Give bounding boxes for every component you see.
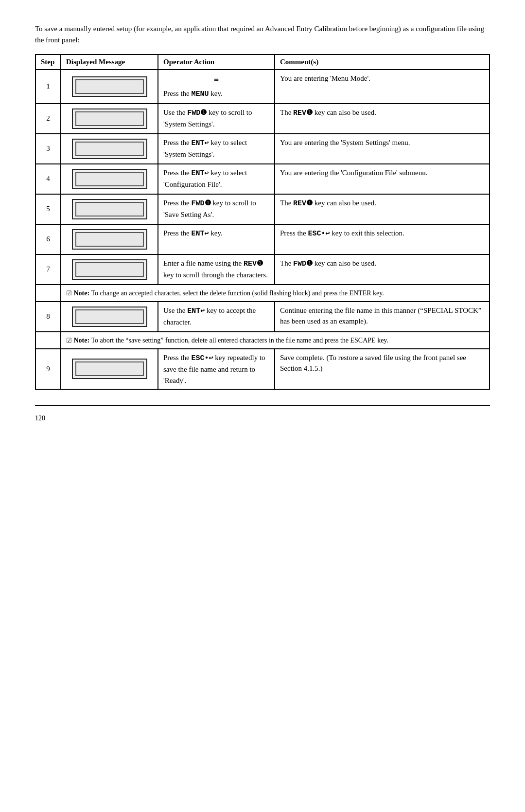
table-row: 5 Press the FWD❶ key to scroll to 'Save …: [35, 194, 490, 224]
operator-action-cell: ≡ Press the MENU key.: [158, 70, 275, 104]
lcd-display: [72, 259, 147, 280]
display-message-cell: [61, 164, 158, 194]
fwd-key-label: FWD❶: [187, 109, 207, 117]
display-message-cell: [61, 70, 158, 104]
menu-key-label: MENU: [192, 90, 209, 98]
col-header-operator-action: Operator Action: [158, 54, 275, 70]
rev-key-label: REV❶: [244, 260, 263, 268]
lcd-display: [72, 199, 147, 219]
operator-action-cell: Use the FWD❶ key to scroll to 'System Se…: [158, 104, 275, 134]
note-row: ☑ Note: To change an accepted character,…: [35, 285, 490, 302]
step-number: 2: [35, 104, 61, 134]
operator-action-cell: Use the ENT↩ key to accept the character…: [158, 302, 275, 332]
display-message-cell: [61, 224, 158, 254]
comments-cell: The REV❶ key can also be used.: [275, 194, 490, 224]
table-row: 6 Press the ENT↩ key. Press the ESC•↩ ke…: [35, 224, 490, 254]
rev-key-label: REV❶: [293, 199, 313, 208]
table-row: 2 Use the FWD❶ key to scroll to 'System …: [35, 104, 490, 134]
rev-key-label: REV❶: [293, 109, 313, 117]
lcd-display: [72, 169, 147, 189]
lcd-display: [72, 108, 147, 129]
display-message-cell: [61, 349, 158, 390]
col-header-step: Step: [35, 54, 61, 70]
ent-key-label: ENT↩: [187, 307, 205, 315]
step-number: 6: [35, 224, 61, 254]
menu-icon: ≡: [163, 73, 269, 86]
lcd-display-inner: [75, 111, 144, 126]
table-row: 3 Press the ENT↩ key to select 'System S…: [35, 134, 490, 164]
lcd-display-inner: [75, 79, 144, 94]
table-row: 9 Press the ESC•↩ key repeatedly to save…: [35, 349, 490, 390]
lcd-display-inner: [75, 309, 144, 324]
procedure-table: Step Displayed Message Operator Action C…: [35, 54, 490, 390]
operator-action-cell: Press the ENT↩ key.: [158, 224, 275, 254]
note-row: ☑ Note: To abort the “save setting” func…: [35, 332, 490, 349]
comments-cell: Press the ESC•↩ key to exit this selecti…: [275, 224, 490, 254]
step-number: 4: [35, 164, 61, 194]
ent-key-label: ENT↩: [192, 169, 209, 178]
operator-action-cell: Enter a file name using the REV❶ key to …: [158, 254, 275, 285]
comments-cell: You are entering the 'System Settings' m…: [275, 134, 490, 164]
comments-cell: Save complete. (To restore a saved file …: [275, 349, 490, 390]
step-number: 8: [35, 302, 61, 332]
note-symbol: ☑: [66, 337, 72, 344]
note-text-8: ☑ Note: To abort the “save setting” func…: [61, 332, 490, 349]
lcd-display: [72, 139, 147, 159]
lcd-display: [72, 359, 147, 379]
lcd-display-inner: [75, 172, 144, 186]
esc-key-label: ESC•↩: [308, 230, 330, 238]
note-text-7: ☑ Note: To change an accepted character,…: [61, 285, 490, 302]
lcd-display: [72, 76, 147, 97]
fwd-key-label: FWD❶: [192, 199, 211, 208]
col-header-comments: Comment(s): [275, 54, 490, 70]
comments-cell: Continue entering the file name in this …: [275, 302, 490, 332]
display-message-cell: [61, 134, 158, 164]
ent-key-label: ENT↩: [192, 230, 209, 238]
col-header-displayed-message: Displayed Message: [61, 54, 158, 70]
lcd-display-inner: [75, 361, 144, 376]
ent-key-label: ENT↩: [192, 139, 209, 147]
step-number: 1: [35, 70, 61, 104]
step-number: 9: [35, 349, 61, 390]
bottom-rule: [35, 405, 490, 406]
intro-paragraph: To save a manually entered setup (for ex…: [35, 23, 490, 45]
comments-cell: The FWD❶ key can also be used.: [275, 254, 490, 285]
note-step-blank: [35, 285, 61, 302]
table-row: 7 Enter a file name using the REV❶ key t…: [35, 254, 490, 285]
step-number: 5: [35, 194, 61, 224]
page-number: 120: [35, 415, 490, 422]
comments-cell: You are entering 'Menu Mode'.: [275, 70, 490, 104]
table-row: 1 ≡ Press the MENU key. You are entering…: [35, 70, 490, 104]
operator-action-cell: Press the ENT↩ key to select 'System Set…: [158, 134, 275, 164]
lcd-display: [72, 229, 147, 250]
table-row: 8 Use the ENT↩ key to accept the charact…: [35, 302, 490, 332]
display-message-cell: [61, 254, 158, 285]
esc-key-label: ESC•↩: [192, 354, 213, 362]
lcd-display-inner: [75, 142, 144, 156]
comments-cell: You are entering the 'Configuration File…: [275, 164, 490, 194]
note-step-blank: [35, 332, 61, 349]
lcd-display-inner: [75, 262, 144, 277]
lcd-display-inner: [75, 232, 144, 247]
display-message-cell: [61, 104, 158, 134]
operator-action-cell: Press the FWD❶ key to scroll to 'Save Se…: [158, 194, 275, 224]
lcd-display: [72, 307, 147, 327]
display-message-cell: [61, 194, 158, 224]
note-symbol: ☑: [66, 289, 72, 297]
operator-action-cell: Press the ENT↩ key to select 'Configurat…: [158, 164, 275, 194]
lcd-display-inner: [75, 202, 144, 217]
table-row: 4 Press the ENT↩ key to select 'Configur…: [35, 164, 490, 194]
fwd-key-label: FWD❶: [293, 260, 313, 268]
display-message-cell: [61, 302, 158, 332]
operator-action-cell: Press the ESC•↩ key repeatedly to save t…: [158, 349, 275, 390]
step-number: 7: [35, 254, 61, 285]
step-number: 3: [35, 134, 61, 164]
comments-cell: The REV❶ key can also be used.: [275, 104, 490, 134]
